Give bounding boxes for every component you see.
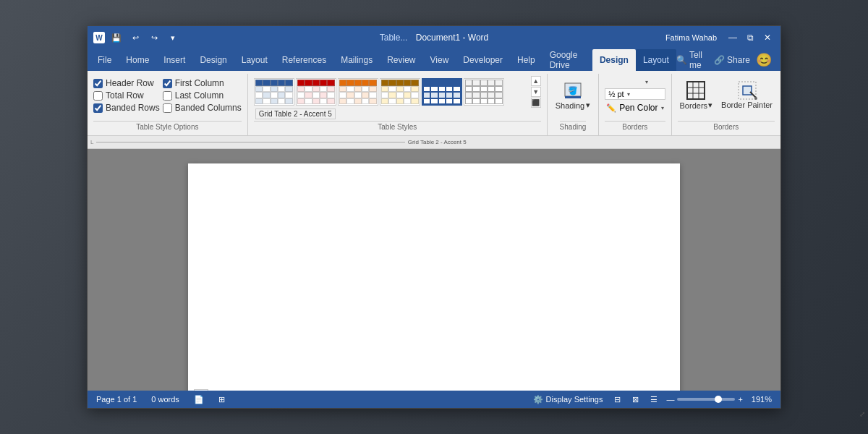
pt-selector[interactable]: ½ pt ▾ (605, 88, 665, 100)
title-bar-left: W 💾 ↩ ↪ ▾ (93, 30, 264, 45)
minimize-button[interactable]: — (726, 30, 740, 45)
pen-color-dropdown-icon: ▾ (661, 105, 664, 111)
banded-columns-checkbox[interactable]: Banded Columns (163, 103, 242, 113)
shading-button[interactable]: 🪣 Shading ▾ (553, 78, 592, 112)
table-styles-group: Grid Table 2 - Accent 5 (248, 74, 548, 135)
read-layout-button[interactable]: ☰ (647, 394, 660, 405)
tab-design[interactable]: Design (192, 49, 234, 71)
gallery-arrows: ▲ ▼ ⬛ (531, 75, 541, 109)
tab-file[interactable]: File (90, 49, 119, 71)
read-mode-button[interactable]: 📄 (191, 394, 207, 405)
zoom-thumb[interactable] (715, 396, 722, 403)
table-style-red[interactable] (296, 78, 336, 106)
tab-help[interactable]: Help (510, 49, 542, 71)
total-row-input[interactable] (93, 91, 103, 101)
first-column-checkbox[interactable]: First Column (163, 78, 242, 88)
user-name: Fatima Wahab (665, 33, 717, 42)
borders-group: Borders ▾ (672, 74, 780, 135)
emoji-face-icon: 😊 (756, 52, 772, 68)
share-button[interactable]: 🔗 Share (714, 55, 750, 65)
border-styles-group: ▾ ½ pt ▾ ✏️ Pen Color (599, 74, 671, 135)
borders-button[interactable]: Borders ▾ (678, 78, 715, 112)
checkboxes-right: First Column Last Column Banded Columns (163, 78, 242, 115)
zoom-plus-button[interactable]: + (738, 395, 742, 404)
word-logo-icon: W (93, 32, 105, 43)
banded-columns-input[interactable] (163, 103, 172, 113)
style-gallery: Grid Table 2 - Accent 5 (254, 78, 529, 106)
borders-group-content: Borders ▾ (678, 75, 775, 115)
last-column-input[interactable] (163, 91, 172, 101)
qat-more-button[interactable]: ▾ (166, 30, 180, 45)
header-row-checkbox[interactable]: Header Row (93, 78, 160, 88)
tab-table-design[interactable]: Design (592, 49, 636, 71)
table-style-options-label: Table Style Options (93, 121, 242, 134)
word-count[interactable]: 0 words (148, 394, 182, 404)
tab-view[interactable]: View (423, 49, 456, 71)
tab-developer[interactable]: Developer (456, 49, 510, 71)
gallery-more-button[interactable]: ⬛ (531, 98, 541, 108)
web-layout-button[interactable]: ⊠ (629, 394, 642, 405)
border-styles-group-label: Borders (605, 121, 665, 134)
shading-group: 🪣 Shading ▾ Shading (548, 74, 599, 135)
tab-google-drive[interactable]: Google Drive (542, 49, 592, 71)
word-count-details-button[interactable]: ⊞ (216, 394, 228, 405)
pen-color-row[interactable]: ✏️ Pen Color ▾ (605, 102, 665, 114)
banded-rows-input[interactable] (93, 103, 103, 113)
search-icon: 🔍 (676, 55, 687, 65)
banded-rows-checkbox[interactable]: Banded Rows (93, 103, 160, 113)
table-styles-content: Grid Table 2 - Accent 5 (254, 75, 541, 109)
total-row-checkbox[interactable]: Total Row (93, 90, 160, 101)
first-column-input[interactable] (163, 79, 172, 88)
document-title: Document1 - Word (416, 33, 488, 43)
title-bar-right: Fatima Wahab — ⧉ ✕ (605, 30, 775, 45)
tab-layout[interactable]: Layout (234, 49, 275, 71)
table-style-orange[interactable] (338, 78, 378, 106)
display-settings-label: Display Settings (546, 395, 603, 404)
tab-table-layout[interactable]: Layout (636, 49, 676, 71)
border-painter-button[interactable]: Border Painter (719, 78, 775, 111)
ribbon-tabs: File Home Insert Design Layout Reference… (88, 49, 780, 71)
gallery-up-button[interactable]: ▲ (531, 76, 541, 86)
ribbon-search-area: 🔍 Tell me 🔗 Share 😊 (676, 50, 778, 70)
ribbon: File Home Insert Design Layout Reference… (88, 49, 780, 136)
display-settings-icon: ⚙️ (533, 395, 543, 404)
zoom-minus-button[interactable]: — (666, 395, 674, 404)
save-button[interactable]: 💾 (109, 30, 124, 45)
zoom-track[interactable] (677, 398, 735, 401)
ruler-inner: L Grid Table 2 - Accent 5 (90, 139, 778, 145)
document-area[interactable]: + (88, 149, 780, 391)
last-column-checkbox[interactable]: Last Column (163, 90, 242, 101)
table-style-blue[interactable] (254, 78, 294, 106)
close-button[interactable]: ✕ (760, 30, 775, 45)
borders-expand-button[interactable]: ⤢ (859, 410, 865, 418)
style-mini-table-blue (255, 80, 293, 104)
tell-me-button[interactable]: 🔍 Tell me (676, 50, 702, 70)
header-row-input[interactable] (93, 79, 103, 88)
table-style-plain[interactable] (464, 78, 504, 106)
banded-rows-label: Banded Rows (106, 103, 160, 113)
banded-columns-label: Banded Columns (175, 103, 242, 113)
tab-review[interactable]: Review (380, 49, 422, 71)
borders-dropdown-icon: ▾ (708, 101, 712, 110)
table-style-yellow[interactable] (380, 78, 420, 106)
print-layout-button[interactable]: ⊟ (611, 394, 624, 405)
add-page-button[interactable]: + (194, 389, 208, 391)
tab-insert[interactable]: Insert (156, 49, 192, 71)
display-settings-button[interactable]: ⚙️ Display Settings (530, 394, 606, 405)
undo-button[interactable]: ↩ (128, 30, 142, 45)
redo-button[interactable]: ↪ (147, 30, 161, 45)
pt-controls: ½ pt ▾ ✏️ Pen Color ▾ (605, 88, 665, 114)
window-title: Table... Document1 - Word (264, 33, 605, 43)
zoom-level[interactable]: 191% (749, 394, 775, 404)
zoom-slider[interactable]: — + (666, 395, 742, 404)
page-info[interactable]: Page 1 of 1 (93, 394, 140, 404)
table-style-grid-blue[interactable]: Grid Table 2 - Accent 5 (422, 78, 462, 106)
table-styles-group-label: Table Styles (254, 121, 541, 134)
tab-mailings[interactable]: Mailings (333, 49, 380, 71)
restore-button[interactable]: ⧉ (743, 30, 757, 45)
last-column-label: Last Column (175, 90, 224, 101)
tab-references[interactable]: References (275, 49, 333, 71)
tab-home[interactable]: Home (119, 49, 156, 71)
border-style-selector[interactable]: ▾ (605, 78, 665, 86)
gallery-down-button[interactable]: ▼ (531, 87, 541, 97)
